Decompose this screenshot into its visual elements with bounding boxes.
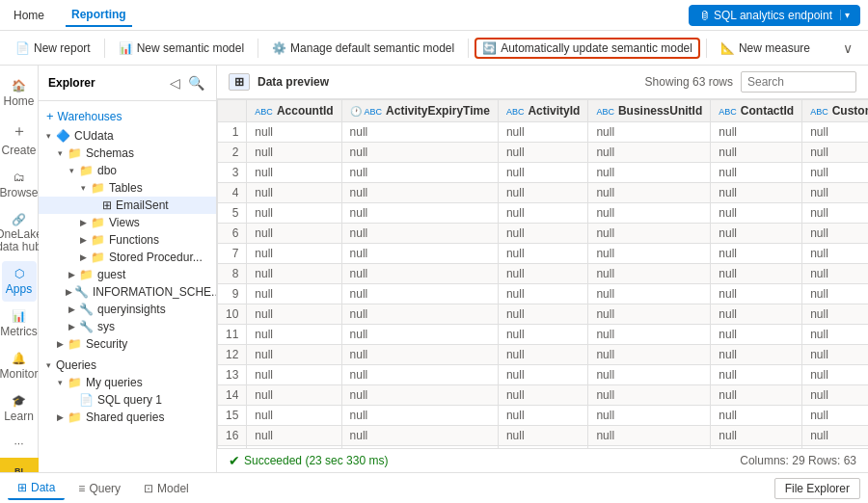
col-customerjourneyid[interactable]: ABCCustomerJourneyId — [802, 100, 868, 122]
tab-data[interactable]: ⊞ Data — [8, 477, 65, 500]
cell-value: null — [341, 284, 498, 304]
data-table-container[interactable]: ABCAccountId 🕐ABCActivityExpiryTime ABCA… — [217, 99, 868, 448]
sidebar-item-metrics[interactable]: 📊 Metrics — [2, 304, 37, 344]
tree-views[interactable]: ▶ 📁 Views — [39, 214, 216, 231]
sys-label: sys — [97, 320, 115, 333]
cell-value: null — [711, 325, 802, 345]
tree-tables[interactable]: ▾ 📁 Tables — [39, 179, 216, 197]
cell-value: null — [247, 365, 341, 385]
col-businessunitid[interactable]: ABCBusinessUnitId — [588, 100, 711, 122]
row-number: 14 — [218, 385, 247, 406]
tree-functions[interactable]: ▶ 📁 Functions — [39, 231, 216, 249]
sidebar-item-browse[interactable]: 🗂 Browse — [2, 165, 37, 205]
tree-guest[interactable]: ▶ 📁 guest — [39, 266, 216, 283]
sidebar-item-home[interactable]: 🏠 Home — [2, 73, 37, 114]
new-report-btn[interactable]: 📄 New report — [8, 38, 98, 59]
cell-value: null — [802, 122, 868, 143]
apps-icon: ⬡ — [14, 267, 24, 280]
cell-value: null — [802, 406, 868, 426]
views-icon: 📁 — [91, 216, 105, 229]
col-accountid[interactable]: ABCAccountId — [247, 100, 341, 122]
tree-info-schema[interactable]: ▶ 🔧 INFORMATION_SCHE... — [39, 283, 216, 301]
search-input[interactable] — [741, 71, 856, 93]
tree-security[interactable]: ▶ 📁 Security — [39, 335, 216, 353]
manage-icon: ⚙️ — [272, 41, 286, 55]
tree-queryinsights[interactable]: ▶ 🔧 queryinsights — [39, 301, 216, 318]
tree-queries[interactable]: ▾ Queries — [39, 357, 216, 374]
cell-value: null — [588, 284, 711, 304]
cell-value: null — [498, 183, 588, 203]
sidebar-item-learn[interactable]: 🎓 Learn — [2, 388, 37, 429]
cell-value: null — [341, 345, 498, 365]
warehouses-row[interactable]: + Warehouses — [39, 105, 216, 127]
col-activityid[interactable]: ABCActivityId — [498, 100, 588, 122]
table-row: 6nullnullnullnullnullnullnull — [218, 224, 869, 244]
sidebar-item-more[interactable]: ··· — [2, 431, 37, 456]
cell-value: null — [588, 406, 711, 426]
tree-sql-query-1[interactable]: 📄 SQL query 1 — [39, 391, 216, 409]
cell-value: null — [341, 385, 498, 406]
row-number: 16 — [218, 426, 247, 446]
cell-value: null — [802, 365, 868, 385]
cell-value: null — [802, 385, 868, 406]
row-number: 7 — [218, 244, 247, 264]
auto-update-model-btn[interactable]: 🔄 Automatically update semantic model — [475, 38, 700, 59]
cell-value: null — [588, 385, 711, 406]
guest-label: guest — [97, 268, 125, 281]
tree-shared-queries[interactable]: ▶ 📁 Shared queries — [39, 409, 216, 426]
nav-home[interactable]: Home — [8, 5, 50, 26]
cell-value: null — [802, 304, 868, 325]
tree-dbo[interactable]: ▾ 📁 dbo — [39, 162, 216, 179]
tables-icon: 📁 — [91, 181, 105, 195]
chevron-queryinsights-icon: ▶ — [66, 304, 77, 314]
cell-value: null — [498, 284, 588, 304]
sidebar-item-create[interactable]: ＋ Create — [2, 116, 37, 163]
table-row: 7nullnullnullnullnullnullnull — [218, 244, 869, 264]
status-message: Succeeded (23 sec 330 ms) — [244, 454, 388, 467]
sql-endpoint-btn[interactable]: 🛢 SQL analytics endpoint ▾ — [689, 5, 860, 26]
cell-value: null — [802, 264, 868, 284]
manage-default-model-btn[interactable]: ⚙️ Manage default semantic model — [264, 38, 462, 59]
icon-sidebar: 🏠 Home ＋ Create 🗂 Browse 🔗 OneLake data … — [0, 66, 39, 472]
tree-schemas[interactable]: ▾ 📁 Schemas — [39, 145, 216, 162]
cell-value: null — [711, 264, 802, 284]
sidebar-item-apps[interactable]: ⬡ Apps — [2, 261, 37, 302]
main-area: 🏠 Home ＋ Create 🗂 Browse 🔗 OneLake data … — [0, 66, 868, 472]
table-row: 13nullnullnullnullnullnullnull — [218, 365, 869, 385]
sidebar-item-monitor[interactable]: 🔔 Monitor — [2, 346, 37, 386]
collapse-explorer-btn[interactable]: ◁ — [168, 73, 182, 93]
endpoint-chevron[interactable]: ▾ — [840, 10, 850, 20]
explorer-header-actions: ◁ 🔍 — [168, 73, 206, 93]
tree-stored-proc[interactable]: ▶ 📁 Stored Procedur... — [39, 249, 216, 266]
separator-4 — [706, 39, 707, 58]
search-explorer-btn[interactable]: 🔍 — [186, 73, 206, 93]
col-activityexpiry[interactable]: 🕐ABCActivityExpiryTime — [341, 100, 498, 122]
cell-value: null — [588, 304, 711, 325]
sidebar-item-data-hub[interactable]: 🔗 OneLake data hub — [2, 207, 37, 259]
toolbar-expand[interactable]: ∨ — [835, 37, 860, 60]
chevron-sys-icon: ▶ — [66, 322, 77, 331]
cell-value: null — [588, 244, 711, 264]
cell-value: null — [802, 345, 868, 365]
col-contactid[interactable]: ABCContactId — [711, 100, 802, 122]
tree-sys[interactable]: ▶ 🔧 sys — [39, 318, 216, 335]
nav-reporting[interactable]: Reporting — [66, 4, 132, 27]
cell-value: null — [588, 325, 711, 345]
toolbar: 📄 New report 📊 New semantic model ⚙️ Man… — [0, 31, 868, 66]
cell-value: null — [341, 163, 498, 183]
table-row: 10nullnullnullnullnullnullnull — [218, 304, 869, 325]
tree-emailsent[interactable]: ⊞ EmailSent — [39, 197, 216, 214]
cell-value: null — [341, 143, 498, 163]
cell-value: null — [711, 203, 802, 224]
tree-my-queries[interactable]: ▾ 📁 My queries — [39, 374, 216, 391]
chevron-security-icon: ▶ — [54, 339, 66, 349]
new-semantic-model-btn[interactable]: 📊 New semantic model — [111, 38, 252, 59]
tab-query[interactable]: ≡ Query — [68, 478, 130, 499]
cell-value: null — [247, 426, 341, 446]
tree-cudata[interactable]: ▾ 🔷 CUdata — [39, 127, 216, 145]
new-measure-btn[interactable]: 📐 New measure — [713, 38, 818, 59]
tab-model[interactable]: ⊡ Model — [134, 478, 199, 499]
chevron-storedproc-icon: ▶ — [77, 252, 89, 262]
file-explorer-btn[interactable]: File Explorer — [774, 478, 860, 499]
explorer-title: Explorer — [48, 76, 95, 90]
